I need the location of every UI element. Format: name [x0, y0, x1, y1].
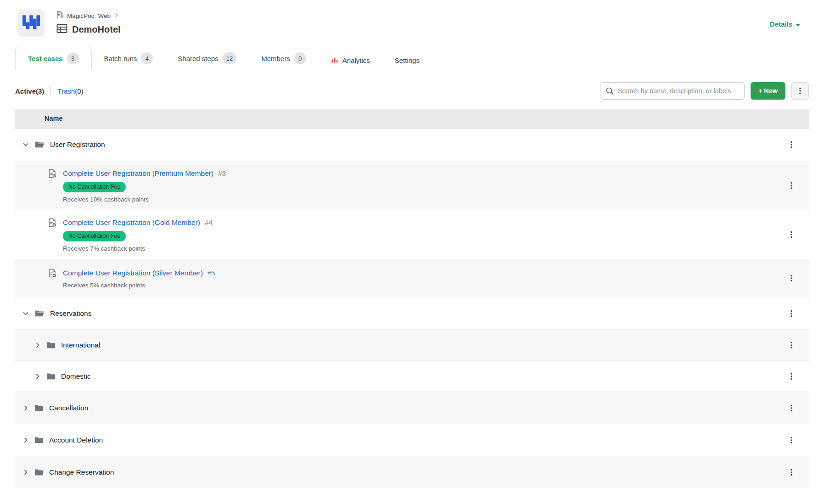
test-case-icon	[47, 168, 57, 179]
tab-analytics[interactable]: Analytics	[319, 51, 382, 70]
tab-label: Members	[261, 55, 290, 62]
label-badge[interactable]: No Cancellation Fee	[63, 231, 126, 241]
folder-label[interactable]: Change Reservation	[49, 468, 114, 476]
tab-label: Batch runs	[104, 55, 137, 62]
chevron-right-icon[interactable]	[22, 437, 30, 444]
folder-row-international[interactable]: International	[15, 329, 809, 360]
test-case-description: Receives 10% cashback points	[63, 196, 226, 203]
folder-label[interactable]: User Registration	[50, 140, 105, 149]
tab-count-badge: 12	[223, 52, 236, 64]
bar-chart-icon	[331, 57, 338, 64]
filter-trash-count: (0)	[75, 87, 83, 95]
tab-count-badge: 4	[141, 52, 153, 64]
breadcrumb: MagicPod_Web	[56, 11, 121, 20]
folder-label[interactable]: Reservations	[50, 309, 91, 318]
row-kebab-button[interactable]	[788, 404, 795, 412]
filter-active[interactable]: Active(3)	[15, 87, 44, 95]
folder-row-user-registration[interactable]: User Registration	[15, 129, 809, 161]
folder-row-change-reservation[interactable]: Change Reservation	[15, 456, 809, 488]
test-case-row[interactable]: Complete User Registration (Gold Member)…	[15, 210, 809, 259]
tab-bar: Test cases 3 Batch runs 4 Shared steps 1…	[0, 47, 824, 70]
row-kebab-button[interactable]	[788, 230, 795, 239]
folder-row-cancellation[interactable]: Cancellation	[15, 392, 809, 424]
caret-down-icon	[796, 20, 800, 28]
row-kebab-button[interactable]	[788, 436, 795, 444]
test-case-row[interactable]: Complete User Registration (Premium Memb…	[15, 161, 809, 210]
tab-label: Test cases	[28, 55, 63, 62]
chevron-down-icon[interactable]	[22, 141, 30, 148]
test-case-row[interactable]: Complete User Registration (Silver Membe…	[15, 259, 809, 297]
test-case-number: #5	[207, 269, 215, 277]
row-kebab-button[interactable]	[788, 140, 795, 149]
tab-count-badge: 3	[67, 52, 79, 64]
test-case-number: #3	[218, 169, 226, 177]
filter-trash-link[interactable]: Trash	[57, 87, 75, 95]
filter-divider	[50, 86, 51, 95]
tab-members[interactable]: Members 0	[249, 47, 319, 70]
row-kebab-button[interactable]	[788, 309, 795, 318]
folder-row-domestic[interactable]: Domestic	[15, 360, 809, 392]
tab-label: Shared steps	[178, 55, 218, 62]
folder-closed-icon	[34, 404, 44, 412]
folder-closed-icon	[46, 373, 56, 380]
chevron-right-icon[interactable]	[22, 469, 30, 476]
breadcrumb-chevron-icon	[114, 11, 119, 20]
test-case-icon	[47, 268, 57, 278]
folder-label[interactable]: Domestic	[61, 372, 91, 381]
chevron-right-icon[interactable]	[34, 342, 42, 349]
tab-settings[interactable]: Settings	[382, 51, 432, 70]
table-header: Name	[15, 109, 809, 129]
row-kebab-button[interactable]	[788, 341, 795, 349]
folder-label[interactable]: International	[61, 341, 100, 349]
new-button[interactable]: + New	[751, 82, 785, 100]
page-header: MagicPod_Web DemoHotel Details	[0, 0, 824, 37]
row-kebab-button[interactable]	[788, 468, 795, 476]
tab-test-cases[interactable]: Test cases 3	[15, 47, 92, 70]
test-case-link[interactable]: Complete User Registration (Premium Memb…	[63, 169, 213, 178]
breadcrumb-project-link[interactable]: MagicPod_Web	[67, 12, 111, 19]
tab-shared-steps[interactable]: Shared steps 12	[165, 47, 249, 70]
folder-row-account-deletion[interactable]: Account Deletion	[15, 424, 809, 456]
folder-closed-icon	[46, 342, 56, 349]
chevron-right-icon[interactable]	[22, 404, 30, 412]
test-case-description: Receives 7% cashback points	[63, 245, 213, 252]
row-kebab-button[interactable]	[788, 372, 795, 381]
organization-icon	[56, 11, 64, 20]
search-input[interactable]	[600, 82, 745, 100]
folder-open-icon	[34, 309, 45, 318]
tab-batch-runs[interactable]: Batch runs 4	[92, 47, 166, 70]
test-case-link[interactable]: Complete User Registration (Silver Membe…	[63, 269, 203, 277]
folder-label[interactable]: Cancellation	[49, 404, 88, 412]
folder-closed-icon	[34, 469, 44, 476]
tab-count-badge: 0	[294, 52, 306, 64]
page-title: DemoHotel	[72, 24, 121, 35]
test-case-icon	[47, 218, 57, 228]
test-case-description: Receives 5% cashback points	[63, 282, 215, 289]
folder-closed-icon	[34, 437, 44, 444]
list-toolbar: Active(3) Trash (0) + New	[15, 82, 809, 100]
magicpod-logo[interactable]	[17, 10, 45, 37]
folder-open-icon	[34, 140, 45, 149]
label-badge[interactable]: No Cancellation Fee	[63, 182, 126, 192]
row-kebab-button[interactable]	[788, 181, 795, 190]
tab-label: Settings	[395, 56, 420, 64]
row-kebab-button[interactable]	[788, 274, 795, 282]
details-label: Details	[770, 20, 792, 28]
search-icon	[605, 87, 614, 97]
toolbar-kebab-button[interactable]	[791, 82, 809, 100]
test-case-table: Name User Registration	[15, 109, 809, 488]
details-dropdown[interactable]: Details	[770, 20, 800, 28]
kebab-icon	[796, 87, 804, 95]
chevron-right-icon[interactable]	[34, 373, 42, 380]
tab-label: Analytics	[342, 56, 370, 64]
test-case-link[interactable]: Complete User Registration (Gold Member)	[63, 218, 200, 227]
name-column-header: Name	[45, 115, 63, 122]
chevron-down-icon[interactable]	[22, 310, 30, 317]
folder-label[interactable]: Account Deletion	[49, 436, 103, 444]
test-case-number: #4	[205, 218, 213, 226]
magicpod-logo-icon	[22, 15, 40, 31]
project-table-icon	[56, 23, 67, 35]
folder-row-reservations[interactable]: Reservations	[15, 297, 809, 329]
